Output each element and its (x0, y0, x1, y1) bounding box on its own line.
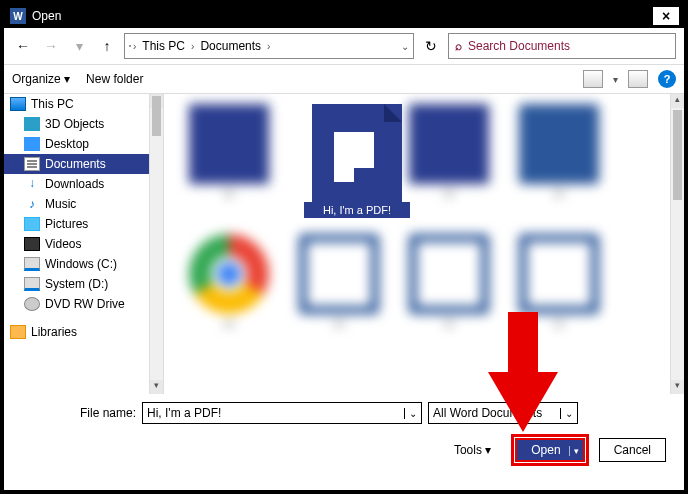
tree-scrollbar[interactable]: ▴▾ (149, 94, 163, 394)
titlebar: W Open × (4, 4, 684, 28)
organize-button[interactable]: Organize ▾ (12, 72, 70, 86)
tree-item-windows-c[interactable]: Windows (C:) (4, 254, 163, 274)
close-icon[interactable]: × (652, 6, 680, 26)
tree-item-downloads[interactable]: ↓Downloads (4, 174, 163, 194)
nav-row: ← → ▾ ↑ › This PC › Documents › ⌄ ↻ ⌕ Se… (4, 28, 684, 64)
drive-icon (24, 257, 40, 271)
filename-input[interactable]: Hi, I'm a PDF!⌄ (142, 402, 422, 424)
drive-icon (24, 277, 40, 291)
tree-item-libraries[interactable]: Libraries (4, 322, 163, 342)
tree-item-desktop[interactable]: Desktop (4, 134, 163, 154)
tree-item-3d-objects[interactable]: 3D Objects (4, 114, 163, 134)
breadcrumb-segment[interactable]: Documents (196, 39, 265, 53)
download-icon: ↓ (24, 177, 40, 191)
cube-icon (24, 117, 40, 131)
tree-item-music[interactable]: ♪Music (4, 194, 163, 214)
open-button[interactable]: Open▾ (515, 438, 584, 462)
videos-icon (24, 237, 40, 251)
tools-menu[interactable]: Tools ▾ (454, 443, 491, 457)
file-list[interactable]: xx xx xx xx xx xx xx Hi, I'm a PDF! ▴▾ (164, 94, 684, 394)
content-scrollbar[interactable]: ▴▾ (670, 94, 684, 394)
file-filter-select[interactable]: All Word Documents⌄ (428, 402, 578, 424)
chevron-down-icon[interactable]: ▾ (613, 74, 618, 85)
pdf-file-icon (312, 104, 402, 204)
back-button[interactable]: ← (12, 35, 34, 57)
tree-item-this-pc[interactable]: This PC (4, 94, 163, 114)
new-folder-button[interactable]: New folder (86, 72, 143, 86)
breadcrumb[interactable]: › This PC › Documents › ⌄ (124, 33, 414, 59)
pc-icon (10, 97, 26, 111)
window-title: Open (32, 9, 61, 23)
tree-item-pictures[interactable]: Pictures (4, 214, 163, 234)
search-icon: ⌕ (455, 39, 462, 53)
tree-item-documents[interactable]: Documents (4, 154, 163, 174)
filename-label: File name: (16, 406, 136, 420)
cancel-button[interactable]: Cancel (599, 438, 666, 462)
file-label: Hi, I'm a PDF! (304, 202, 410, 218)
forward-button[interactable]: → (40, 35, 62, 57)
pictures-icon (24, 217, 40, 231)
tree-item-dvd[interactable]: DVD RW Drive (4, 294, 163, 314)
chevron-down-icon[interactable]: ⌄ (401, 41, 409, 52)
recent-locations-button[interactable]: ▾ (68, 35, 90, 57)
breadcrumb-segment[interactable]: This PC (138, 39, 189, 53)
libraries-icon (10, 325, 26, 339)
file-item-selected[interactable]: Hi, I'm a PDF! (304, 104, 410, 218)
dialog-footer: File name: Hi, I'm a PDF!⌄ All Word Docu… (4, 394, 684, 474)
search-placeholder: Search Documents (468, 39, 570, 53)
open-dialog: W Open × ← → ▾ ↑ › This PC › Documents ›… (0, 0, 688, 494)
refresh-button[interactable]: ↻ (420, 38, 442, 54)
desktop-icon (24, 137, 40, 151)
music-icon: ♪ (24, 197, 40, 211)
tree-item-system-d[interactable]: System (D:) (4, 274, 163, 294)
command-bar: Organize ▾ New folder ▾ ? (4, 64, 684, 94)
open-button-highlight: Open▾ (511, 434, 588, 466)
preview-pane-button[interactable] (628, 70, 648, 88)
disc-icon (24, 297, 40, 311)
tree-item-videos[interactable]: Videos (4, 234, 163, 254)
word-app-icon: W (10, 8, 26, 24)
document-icon (24, 157, 40, 171)
help-button[interactable]: ? (658, 70, 676, 88)
up-button[interactable]: ↑ (96, 35, 118, 57)
view-options-button[interactable] (583, 70, 603, 88)
nav-tree: This PC 3D Objects Desktop Documents ↓Do… (4, 94, 164, 394)
folder-icon (129, 45, 131, 47)
search-input[interactable]: ⌕ Search Documents (448, 33, 676, 59)
